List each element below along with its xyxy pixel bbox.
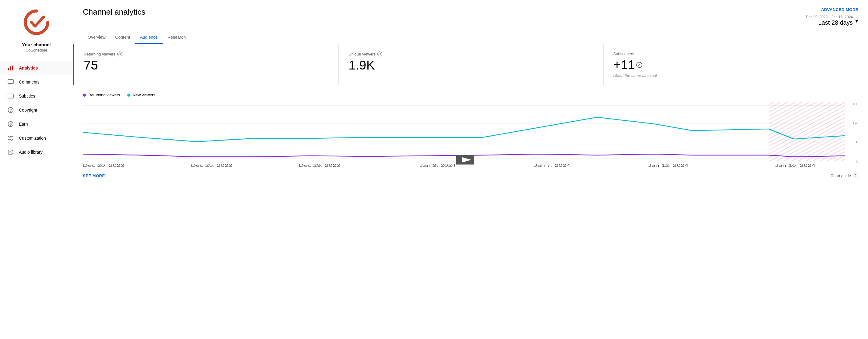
x-label-3: Jan 3, 2024	[420, 163, 456, 168]
channel-info: Your channel CoSchedule	[0, 42, 73, 59]
legend-new-viewers: New viewers	[127, 93, 155, 97]
date-range-selector[interactable]: Dec 20, 2023 – Jan 16, 2024 Last 28 days…	[806, 15, 858, 26]
subscribers-check-icon: ✓	[636, 62, 642, 68]
sidebar-item-comments-label: Comments	[19, 80, 40, 84]
svg-rect-3	[12, 65, 13, 70]
channel-name: Your channel	[5, 42, 68, 47]
sidebar-item-audio-label: Audio library	[19, 150, 43, 154]
x-label-4: Jan 7, 2024	[534, 163, 570, 168]
date-range-subtitle: Dec 20, 2023 – Jan 16, 2024	[806, 15, 853, 19]
comments-icon	[7, 79, 14, 85]
customization-icon	[7, 135, 14, 141]
y-axis-labels: 180 120 60 0	[846, 102, 858, 169]
returning-viewers-value: 75	[84, 59, 329, 72]
y-label-0: 0	[846, 160, 858, 163]
sidebar-item-audio-library[interactable]: Audio library	[0, 145, 73, 159]
earn-icon: $	[7, 121, 14, 128]
sidebar-item-earn-label: Earn	[19, 122, 28, 126]
sidebar-item-analytics-label: Analytics	[19, 65, 38, 70]
sidebar: Your channel CoSchedule Analytics	[0, 0, 73, 339]
svg-text:$: $	[10, 122, 11, 126]
returning-viewers-dot	[83, 93, 86, 96]
coschedule-logo	[23, 8, 50, 36]
tab-audience[interactable]: Audience	[135, 31, 162, 44]
legend-returning-viewers: Returning viewers	[83, 93, 120, 97]
chart-section: Returning viewers New viewers	[73, 85, 868, 183]
subscribers-badge: +11 ✓	[613, 59, 642, 71]
svg-text:C: C	[9, 109, 12, 112]
stat-card-unique-viewers: Unique viewers ⏱ 1.9K	[339, 44, 603, 85]
svg-rect-2	[10, 66, 11, 70]
chart-guide-button[interactable]: Chart guide ?	[831, 173, 858, 178]
analytics-content: Returning viewers ⏱ 75 Unique viewers ⏱ …	[73, 44, 868, 339]
subscribers-label: Subscribers	[613, 52, 858, 56]
unique-viewers-info-icon[interactable]: ⏱	[377, 52, 382, 56]
new-viewers-dot	[127, 93, 130, 96]
x-label-2: Dec 29, 2023	[299, 163, 340, 168]
header-top: Channel analytics ADVANCED MODE Dec 20, …	[83, 7, 858, 26]
chart-hatch-area	[769, 102, 845, 161]
sidebar-navigation: Analytics Comments	[0, 59, 73, 162]
sidebar-item-comments[interactable]: Comments	[0, 75, 73, 89]
header-controls: ADVANCED MODE Dec 20, 2023 – Jan 16, 202…	[806, 7, 858, 26]
logo-container	[0, 0, 73, 42]
tab-research[interactable]: Research	[163, 31, 191, 44]
stat-card-returning-viewers: Returning viewers ⏱ 75	[73, 44, 339, 85]
legend-new-label: New viewers	[133, 93, 155, 97]
chart-icon	[7, 65, 14, 71]
x-label-6: Jan 16, 2024	[775, 163, 816, 168]
analytics-tabs: Overview Content Audience Research	[83, 31, 858, 44]
sidebar-item-subtitles[interactable]: Subtitles	[0, 89, 73, 103]
x-label-0: Dec 20, 2023	[83, 163, 124, 168]
audio-icon	[7, 149, 14, 156]
legend-returning-label: Returning viewers	[88, 93, 120, 97]
sidebar-item-analytics[interactable]: Analytics	[0, 61, 73, 75]
svg-point-15	[9, 136, 11, 138]
sidebar-item-customization[interactable]: Customization	[0, 131, 73, 145]
chart-legend: Returning viewers New viewers	[83, 93, 858, 97]
subscribers-label-text: Subscribers	[613, 52, 634, 56]
page-header: Channel analytics ADVANCED MODE Dec 20, …	[73, 0, 868, 44]
returning-viewers-label-text: Returning viewers	[84, 52, 116, 56]
returning-viewers-info-icon[interactable]: ⏱	[117, 52, 122, 56]
date-range-main: Last 28 days	[806, 19, 853, 26]
y-label-60: 60	[846, 140, 858, 144]
returning-viewers-label: Returning viewers ⏱	[84, 52, 329, 56]
chart-footer: SEE MORE Chart guide ?	[83, 173, 858, 178]
see-more-button[interactable]: SEE MORE	[83, 173, 105, 178]
stats-row: Returning viewers ⏱ 75 Unique viewers ⏱ …	[73, 44, 868, 85]
unique-viewers-label: Unique viewers ⏱	[348, 52, 593, 56]
chart-svg: Dec 20, 2023 Dec 25, 2023 Dec 29, 2023 J…	[83, 102, 845, 169]
svg-rect-4	[8, 80, 13, 84]
svg-point-17	[11, 139, 12, 141]
sidebar-item-copyright[interactable]: C Copyright	[0, 103, 73, 117]
x-label-5: Jan 12, 2024	[648, 163, 689, 168]
sidebar-item-copyright-label: Copyright	[19, 108, 37, 112]
audience-chart: Dec 20, 2023 Dec 25, 2023 Dec 29, 2023 J…	[83, 102, 858, 169]
svg-rect-1	[8, 68, 9, 70]
subscribers-value: +11 ✓	[613, 59, 858, 71]
tab-overview[interactable]: Overview	[83, 31, 110, 44]
page-title: Channel analytics	[83, 7, 145, 17]
y-label-120: 120	[846, 121, 858, 125]
chart-guide-label: Chart guide	[831, 173, 851, 178]
subscribers-value-text: +11	[613, 59, 635, 71]
chevron-down-icon: ▾	[855, 17, 858, 24]
tab-content[interactable]: Content	[110, 31, 135, 44]
date-range-text: Dec 20, 2023 – Jan 16, 2024 Last 28 days	[806, 15, 853, 26]
sidebar-item-earn[interactable]: $ Earn	[0, 117, 73, 131]
sidebar-item-customization-label: Customization	[19, 136, 46, 141]
advanced-mode-button[interactable]: ADVANCED MODE	[821, 7, 858, 12]
y-label-180: 180	[846, 102, 858, 106]
copyright-icon: C	[7, 107, 14, 113]
subscribers-sub: About the same as usual	[613, 73, 858, 78]
subtitles-icon	[7, 93, 14, 100]
channel-handle: CoSchedule	[5, 48, 68, 52]
help-icon: ?	[853, 173, 858, 178]
x-label-1: Dec 25, 2023	[191, 163, 232, 168]
new-viewers-line	[83, 117, 845, 142]
sidebar-item-subtitles-label: Subtitles	[19, 93, 35, 98]
unique-viewers-label-text: Unique viewers	[348, 52, 375, 56]
main-content: Channel analytics ADVANCED MODE Dec 20, …	[73, 0, 868, 339]
unique-viewers-value: 1.9K	[348, 59, 593, 72]
